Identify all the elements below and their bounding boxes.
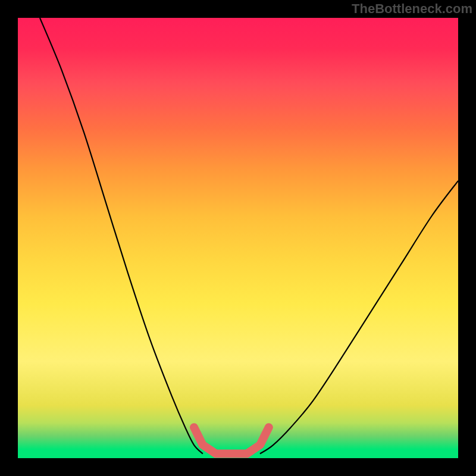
- watermark-text: TheBottleneck.com: [352, 1, 472, 17]
- plot-area: [18, 18, 458, 458]
- marker-band: [18, 18, 458, 458]
- chart-stage: TheBottleneck.com: [0, 0, 476, 476]
